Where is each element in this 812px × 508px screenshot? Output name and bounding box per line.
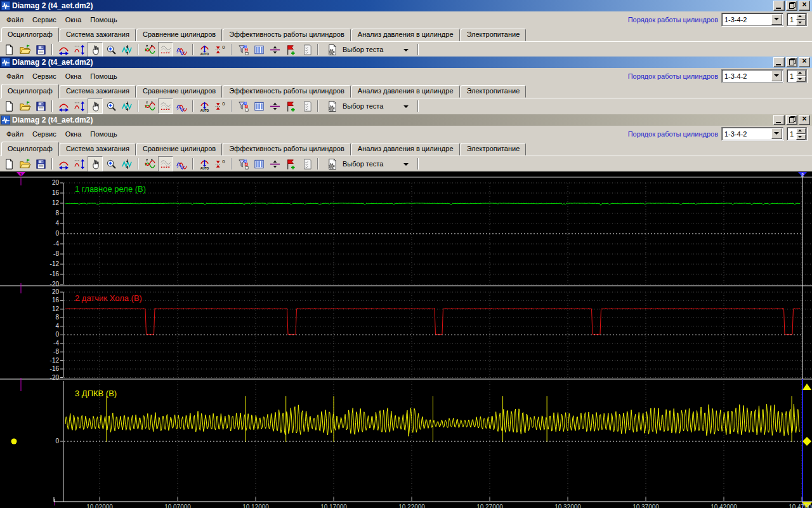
cylinder-spinner[interactable]: 1 xyxy=(787,69,807,83)
spin-up-icon[interactable] xyxy=(796,70,806,76)
tab-cylinder-pressure-analysis[interactable]: Анализ давления в цилиндре xyxy=(351,85,460,98)
title-bar[interactable]: Diamag 2 (t4_aet.dm2) xyxy=(0,57,812,68)
spin-up-icon[interactable] xyxy=(796,14,806,20)
overlay-signals-button[interactable] xyxy=(158,98,173,114)
tab-cylinder-pressure-analysis[interactable]: Анализ давления в цилиндре xyxy=(351,143,460,156)
tab-cylinder-comparison[interactable]: Сравнение цилиндров xyxy=(136,85,222,98)
tab-power-supply[interactable]: Электропитание xyxy=(461,29,527,41)
spin-up-icon[interactable] xyxy=(796,128,806,134)
zero-diamond-marker[interactable] xyxy=(802,437,811,446)
vertical-scale-button[interactable] xyxy=(72,156,87,171)
oscilloscope-area[interactable]: 201612840-4-8-12-16-20201612840-4-8-12-1… xyxy=(0,171,812,508)
menu-item-windows[interactable]: Окна xyxy=(62,15,87,25)
zoom-in-button[interactable] xyxy=(103,98,119,114)
menu-item-windows[interactable]: Окна xyxy=(62,71,87,81)
tab-ignition-system[interactable]: Система зажигания xyxy=(60,29,136,41)
vertical-scale-button[interactable] xyxy=(72,42,87,57)
auto-scale-button[interactable]: AUTO xyxy=(197,42,212,57)
menu-item-help[interactable]: Помощь xyxy=(86,15,122,25)
title-bar[interactable]: Diamag 2 (t4_aet.dm2) xyxy=(0,114,812,126)
tab-ignition-system[interactable]: Система зажигания xyxy=(60,143,136,156)
menu-item-windows[interactable]: Окна xyxy=(62,129,87,139)
compare-signals-button[interactable] xyxy=(142,98,157,114)
firing-order-combo[interactable]: 1-3-4-2 xyxy=(721,69,783,83)
test-select-button[interactable]: Выбор теста xyxy=(322,157,414,171)
restore-button[interactable] xyxy=(786,1,797,11)
filter-button[interactable]: 12 xyxy=(235,42,251,57)
open-file-button[interactable] xyxy=(17,42,32,57)
close-button[interactable] xyxy=(799,115,810,125)
report-button[interactable] xyxy=(299,98,314,114)
hand-tool-button[interactable] xyxy=(88,156,103,171)
test-select-button[interactable]: Выбор теста xyxy=(322,43,414,57)
test-select-button[interactable]: Выбор теста xyxy=(322,99,414,113)
menu-item-help[interactable]: Помощь xyxy=(86,71,122,81)
menu-item-file[interactable]: Файл xyxy=(3,15,29,25)
firing-order-combo[interactable]: 1-3-4-2 xyxy=(721,13,783,26)
filter-button[interactable]: 12 xyxy=(235,156,251,171)
add-flag-button[interactable] xyxy=(283,42,298,57)
open-file-button[interactable] xyxy=(17,156,32,171)
save-file-button[interactable] xyxy=(33,98,48,114)
multi-signals-button[interactable] xyxy=(174,98,189,114)
tab-cylinder-pressure-analysis[interactable]: Анализ давления в цилиндре xyxy=(351,29,460,41)
zero-level-button[interactable]: 0 xyxy=(213,42,228,57)
menu-item-help[interactable]: Помощь xyxy=(86,129,122,139)
new-file-button[interactable] xyxy=(1,42,16,57)
minimize-button[interactable] xyxy=(773,57,785,67)
tab-power-supply[interactable]: Электропитание xyxy=(461,143,527,156)
tab-cylinder-comparison[interactable]: Сравнение цилиндров xyxy=(136,29,222,41)
spin-down-icon[interactable] xyxy=(796,20,806,25)
hand-tool-button[interactable] xyxy=(88,98,103,114)
add-flag-button[interactable] xyxy=(283,98,298,114)
grid-table-button[interactable] xyxy=(251,156,266,171)
tab-oscilloscope[interactable]: Осциллограф xyxy=(1,27,59,42)
cylinder-spinner[interactable]: 1 xyxy=(787,13,807,26)
menu-item-service[interactable]: Сервис xyxy=(29,71,62,81)
tab-power-supply[interactable]: Электропитание xyxy=(461,85,527,98)
tab-cylinder-efficiency[interactable]: Эффективность работы цилиндров xyxy=(223,143,351,156)
minimize-button[interactable] xyxy=(773,115,785,125)
new-file-button[interactable] xyxy=(1,156,16,171)
grid-table-button[interactable] xyxy=(251,98,266,114)
divider-button[interactable] xyxy=(267,156,282,171)
report-button[interactable] xyxy=(299,156,314,171)
close-button[interactable] xyxy=(799,57,810,67)
tab-oscilloscope[interactable]: Осциллограф xyxy=(1,142,59,156)
title-bar[interactable]: Diamag 2 (t4_aet.dm2) xyxy=(0,0,812,11)
tab-cylinder-comparison[interactable]: Сравнение цилиндров xyxy=(136,143,222,156)
combo-dropdown-icon[interactable] xyxy=(771,70,782,81)
tab-oscilloscope[interactable]: Осциллограф xyxy=(1,84,59,98)
close-button[interactable] xyxy=(799,1,810,11)
auto-scale-button[interactable]: AUTO xyxy=(197,98,212,114)
menu-item-file[interactable]: Файл xyxy=(3,71,29,81)
vertical-scale-button[interactable] xyxy=(72,98,87,114)
cylinder-spinner[interactable]: 1 xyxy=(787,127,807,140)
hand-tool-button[interactable] xyxy=(88,42,103,57)
spin-down-icon[interactable] xyxy=(796,76,806,82)
divider-button[interactable] xyxy=(267,42,282,57)
zoom-in-button[interactable] xyxy=(103,42,119,57)
multi-signals-button[interactable] xyxy=(174,42,189,57)
signal-measure-button[interactable] xyxy=(119,98,134,114)
overlay-signals-button[interactable] xyxy=(158,156,173,171)
add-flag-button[interactable] xyxy=(283,156,298,171)
compare-signals-button[interactable] xyxy=(142,42,157,57)
zero-level-button[interactable]: 0 xyxy=(213,98,228,114)
test-select-dropdown-icon[interactable] xyxy=(403,47,409,53)
spin-down-icon[interactable] xyxy=(796,134,806,140)
zero-level-button[interactable]: 0 xyxy=(213,156,228,171)
menu-item-file[interactable]: Файл xyxy=(3,129,29,139)
firing-order-combo[interactable]: 1-3-4-2 xyxy=(721,127,783,140)
zoom-in-button[interactable] xyxy=(103,156,119,171)
save-file-button[interactable] xyxy=(33,156,48,171)
tab-ignition-system[interactable]: Система зажигания xyxy=(60,85,136,98)
oscilloscope-canvas[interactable]: 201612840-4-8-12-16-20201612840-4-8-12-1… xyxy=(0,171,812,508)
signal-measure-button[interactable] xyxy=(119,42,134,57)
divider-button[interactable] xyxy=(267,98,282,114)
channel-3-level-marker[interactable] xyxy=(11,439,17,444)
save-file-button[interactable] xyxy=(33,42,48,57)
grid-table-button[interactable] xyxy=(251,42,266,57)
compare-signals-button[interactable] xyxy=(142,156,157,171)
minimize-button[interactable] xyxy=(773,1,785,11)
